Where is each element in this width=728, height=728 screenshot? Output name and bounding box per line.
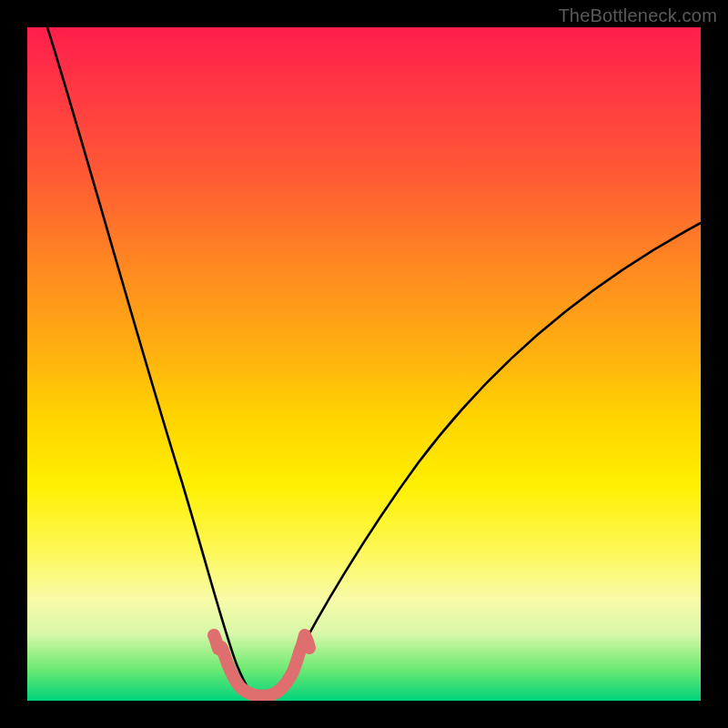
curve-layer <box>27 27 701 701</box>
bottleneck-curve <box>47 27 701 698</box>
plot-area <box>27 27 701 701</box>
marker-band <box>214 635 309 696</box>
attribution-text: TheBottleneck.com <box>558 5 717 26</box>
chart-frame: TheBottleneck.com <box>0 0 728 728</box>
